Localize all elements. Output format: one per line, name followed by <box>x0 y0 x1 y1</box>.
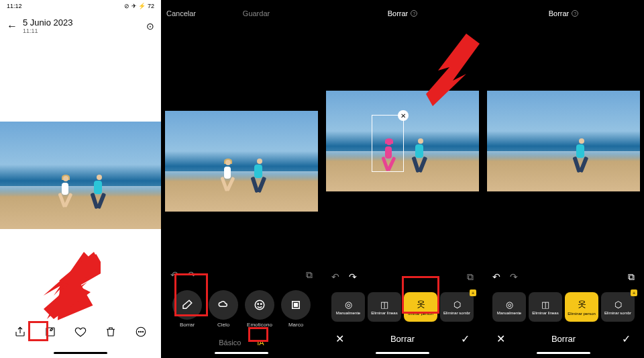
tutorial-highlight-edit <box>28 321 48 341</box>
mode-tabs: Básico IA <box>161 332 322 349</box>
svg-point-10 <box>261 304 262 305</box>
beach-photo <box>165 111 318 212</box>
tutorial-highlight-erase <box>174 273 208 316</box>
editor-header: Cancelar Guardar <box>161 0 322 27</box>
more-icon[interactable] <box>134 325 148 339</box>
home-indicator[interactable] <box>537 352 590 354</box>
compare-icon[interactable]: ⧉ <box>628 271 635 283</box>
svg-point-8 <box>255 300 264 310</box>
photo-date: 5 Junio 2023 <box>23 17 72 28</box>
status-right: ⊘ ✈ ⚡ 72 <box>124 3 154 13</box>
confirm-row: ✕ Borrar ✓ <box>322 326 483 349</box>
svg-rect-12 <box>294 304 298 307</box>
premium-badge: + <box>631 289 637 296</box>
editor-view-3: Borrar? ↶ ↷ ⧉ ◎Manualmente ◫Eliminar lín… <box>483 0 644 358</box>
confirm-button[interactable]: ✓ <box>622 332 631 345</box>
editor-view-2: Borrar? ✕ ↶ ↷ ⧉ ◎Manualmente ◫Eliminar l… <box>322 0 483 358</box>
tutorial-highlight-person <box>402 276 439 314</box>
beach-photo <box>0 122 161 229</box>
editor-title: Borrar? <box>549 9 579 17</box>
gallery-view: 11:12 ⊘ ✈ ⚡ 72 ← 5 Junio 2023 11:11 ⊙ <box>0 0 161 358</box>
home-indicator[interactable] <box>215 352 268 354</box>
editor-header: Borrar? <box>483 0 644 27</box>
delete-icon[interactable] <box>104 325 117 339</box>
beach-photo-result <box>487 91 640 191</box>
tutorial-arrow-1 <box>40 249 101 322</box>
save-button[interactable]: Guardar <box>243 9 270 17</box>
tool-frame[interactable]: Marco <box>281 290 311 328</box>
selection-box[interactable]: ✕ <box>372 115 404 172</box>
undo-row: ↶ ↷ ⧉ <box>483 266 644 288</box>
title-block: 5 Junio 2023 11:11 <box>23 17 72 34</box>
tool-sky[interactable]: Cielo <box>209 290 238 328</box>
cancel-button[interactable]: Cancelar <box>166 9 196 17</box>
cancel-button[interactable]: ✕ <box>335 332 344 345</box>
compare-icon[interactable]: ⧉ <box>306 269 313 281</box>
compare-icon[interactable]: ⧉ <box>467 271 474 283</box>
home-indicator[interactable] <box>54 352 107 354</box>
photo-time: 11:11 <box>23 28 72 34</box>
tab-basic[interactable]: Básico <box>219 339 241 347</box>
help-icon[interactable]: ? <box>411 10 417 17</box>
back-icon[interactable]: ← <box>7 20 17 32</box>
svg-point-9 <box>258 304 259 305</box>
tutorial-arrow-2 <box>426 34 480 107</box>
tool-emoji[interactable]: Emoticono <box>245 290 274 328</box>
editor-header: Borrar? <box>322 0 483 27</box>
gallery-header: ← 5 Junio 2023 11:11 ⊙ <box>0 13 161 38</box>
mode-manual[interactable]: ◎Manualmente <box>492 292 526 322</box>
premium-badge: + <box>470 289 476 296</box>
editor-canvas[interactable] <box>161 107 322 215</box>
confirm-button[interactable]: ✓ <box>461 332 470 345</box>
svg-marker-13 <box>426 34 480 106</box>
svg-point-4 <box>142 331 143 332</box>
cancel-button[interactable]: ✕ <box>496 332 505 345</box>
status-time: 11:12 <box>7 3 22 13</box>
svg-point-2 <box>138 331 139 332</box>
redo-icon[interactable]: ↷ <box>349 271 357 283</box>
cast-icon[interactable]: ⊙ <box>146 21 154 32</box>
tutorial-highlight-ia <box>248 327 268 342</box>
mode-person[interactable]: 옷Eliminar person <box>565 292 598 322</box>
favorite-icon[interactable] <box>74 325 87 339</box>
confirm-row: ✕ Borrar ✓ <box>483 326 644 349</box>
editor-canvas[interactable] <box>483 87 644 195</box>
confirm-label: Borrar <box>390 334 415 344</box>
mode-shadow[interactable]: ⬡Eliminar sombr+ <box>601 292 635 322</box>
status-bar: 11:12 ⊘ ✈ ⚡ 72 <box>0 0 161 13</box>
undo-icon[interactable]: ↶ <box>492 271 500 283</box>
mode-manual[interactable]: ◎Manualmente <box>331 292 365 322</box>
share-icon[interactable] <box>13 325 27 339</box>
editor-title: Borrar? <box>388 9 418 17</box>
svg-point-3 <box>140 331 141 332</box>
deselect-icon[interactable]: ✕ <box>398 110 409 121</box>
confirm-label: Borrar <box>551 334 576 344</box>
erase-modes: ◎Manualmente ◫Eliminar líneas 옷Eliminar … <box>483 288 644 326</box>
home-indicator[interactable] <box>376 352 429 354</box>
mode-lines[interactable]: ◫Eliminar líneas <box>368 292 401 322</box>
redo-icon[interactable]: ↷ <box>510 271 518 283</box>
editor-view-1: Cancelar Guardar ↶ ↷ ⧉ Borrar Cielo Emot… <box>161 0 322 358</box>
mode-lines[interactable]: ◫Eliminar líneas <box>529 292 562 322</box>
mode-shadow[interactable]: ⬡Eliminar sombr+ <box>440 292 474 322</box>
undo-icon[interactable]: ↶ <box>331 271 339 283</box>
help-icon[interactable]: ? <box>572 10 578 17</box>
